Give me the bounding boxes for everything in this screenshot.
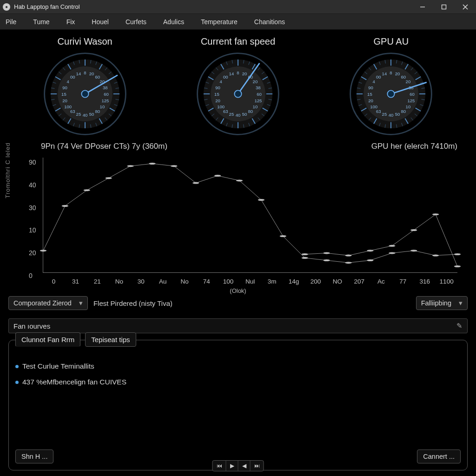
x-tick: Ac [370,278,392,285]
svg-point-205 [432,255,439,257]
edit-icon[interactable]: ✎ [456,322,463,330]
chevron-down-icon: ▾ [459,299,463,307]
svg-text:90: 90 [62,85,67,90]
controls-row: Comporated Zierod ▾ Flest Pirdered (nist… [8,296,468,310]
svg-text:8: 8 [237,70,239,75]
svg-point-189 [84,189,90,191]
svg-point-208 [324,252,330,254]
fan-curves-header[interactable]: Fan ıourves ✎ [8,318,468,333]
graph-header: 9Pn (74 Ver DPoser CTs) 7y (360m) GPU he… [8,142,468,153]
svg-text:4: 4 [373,79,375,84]
svg-point-187 [40,250,46,251]
menu-item-temperature[interactable]: Temperature [192,15,246,28]
gauge-2: GPU AU8206020386012510805040256310020159… [321,36,461,138]
svg-text:80: 80 [401,109,406,114]
menu-item-adulics[interactable]: Adulics [155,15,192,28]
svg-text:63: 63 [376,109,381,114]
svg-point-193 [171,165,177,167]
right-dropdown-value: Falliipbing [421,299,451,307]
svg-text:10: 10 [99,104,105,109]
svg-point-186 [388,90,395,97]
svg-point-197 [258,199,264,201]
gauge-dial: 8206020386012510805040256310020159040014 [194,50,282,138]
menu-item-fix[interactable]: Fix [58,15,84,28]
list-item[interactable]: 437 %eMfbencelign fan CUIVES [15,378,461,386]
playback-btn-3[interactable]: ⏭ [251,461,264,471]
close-button[interactable] [455,0,476,14]
gauges-row: Curivi Wason8206020386012510805040256310… [8,36,468,138]
svg-point-64 [81,90,88,97]
svg-text:10: 10 [406,104,411,109]
svg-text:20: 20 [215,98,220,103]
plot-region[interactable] [43,158,457,273]
tab-strip: Clunnot Fan RrmTepiseat tips [15,332,461,347]
shn-button[interactable]: Shn H ... [15,450,53,463]
svg-point-214 [454,265,461,267]
svg-point-212 [410,229,417,231]
x-tick: 316 [414,278,436,285]
window-controls [412,0,476,14]
x-tick: 0 [43,278,65,285]
svg-text:100: 100 [370,104,377,109]
svg-text:25: 25 [76,112,81,117]
fan-panel: Clunnot Fan RrmTepiseat tips Test Curlue… [8,340,468,470]
gauge-0: Curivi Wason8206020386012510805040256310… [15,36,155,138]
tab-clunnot-fan-rrm[interactable]: Clunnot Fan Rrm [15,332,80,347]
svg-text:20: 20 [395,71,400,76]
playback-btn-0[interactable]: ⏮ [213,461,226,471]
chevron-down-icon: ▾ [79,299,83,307]
bullet-list: Test Curlue Teminallits437 %eMfbencelign… [15,355,461,394]
x-tick: 207 [348,278,370,285]
svg-text:90: 90 [215,85,220,90]
svg-text:4: 4 [219,79,222,84]
tab-tepiseat-tips[interactable]: Tepiseat tips [85,332,136,347]
titlebar: ● Hab Lapptop fan Control [0,0,476,14]
x-tick: 31 [65,278,86,285]
svg-text:90: 90 [369,85,374,90]
playback-btn-1[interactable]: ▶ [226,461,238,471]
svg-text:125: 125 [408,98,415,103]
svg-text:40: 40 [236,112,241,118]
svg-point-201 [345,262,351,264]
cannert-button[interactable]: Cannert ... [417,450,461,463]
playback-btn-2[interactable]: ◀ [238,461,251,471]
y-tick: 0 [29,272,33,279]
x-tick: Nul [239,278,261,285]
svg-text:20: 20 [62,98,67,103]
x-tick: 30 [130,278,152,285]
svg-text:60: 60 [104,92,109,97]
svg-text:4: 4 [66,79,69,84]
svg-text:15: 15 [367,92,372,97]
svg-text:125: 125 [254,98,262,103]
svg-text:60: 60 [257,92,262,97]
mode-dropdown[interactable]: Comporated Zierod ▾ [8,296,88,310]
svg-point-206 [454,253,461,255]
svg-text:15: 15 [214,92,219,97]
list-item[interactable]: Test Curlue Teminallits [15,362,461,370]
svg-point-125 [234,90,241,97]
svg-point-188 [62,205,68,207]
svg-point-207 [302,253,308,255]
menu-item-pile[interactable]: Pile [2,15,25,28]
svg-text:20: 20 [89,71,94,76]
svg-text:00: 00 [223,74,228,79]
menu-item-houel[interactable]: Houel [83,15,117,28]
menu-item-chanitions[interactable]: Chanitions [246,15,293,28]
svg-point-199 [302,257,308,259]
svg-point-192 [149,163,155,165]
menu-item-tume[interactable]: Tume [25,15,58,28]
y-tick: 20 [29,249,36,257]
fan-curves-title: Fan ıourves [13,322,50,330]
y-tick: 40 [29,181,36,189]
right-dropdown[interactable]: Falliipbing ▾ [416,296,468,310]
maximize-button[interactable] [433,0,455,14]
x-tick: 1100 [436,278,457,285]
x-tick: 74 [196,278,218,285]
svg-text:00: 00 [376,74,381,79]
svg-text:50: 50 [242,112,247,117]
svg-text:63: 63 [70,109,75,114]
menu-item-curfets[interactable]: Curfets [117,15,155,28]
minimize-button[interactable] [412,0,433,14]
main-content: Curivi Wason8206020386012510805040256310… [0,30,476,476]
x-tick: 21 [86,278,108,285]
